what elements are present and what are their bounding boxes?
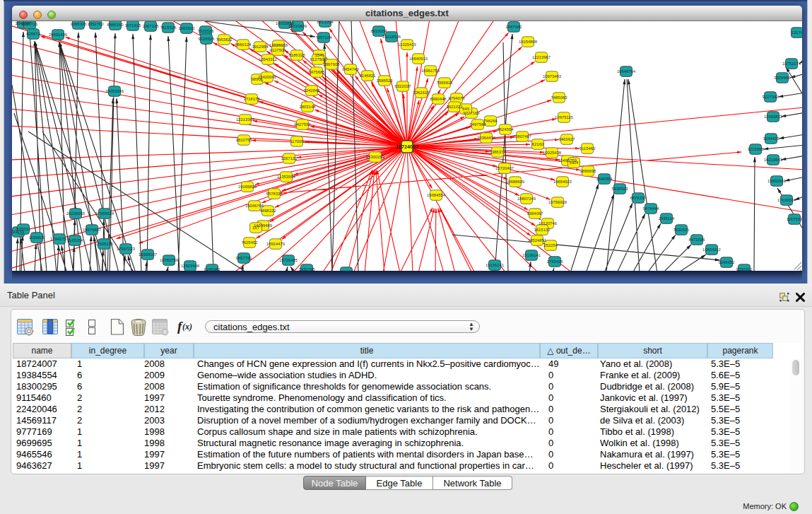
svg-text:2867608: 2867608: [324, 62, 341, 66]
svg-text:1167533: 1167533: [787, 217, 802, 221]
svg-text:1663822: 1663822: [179, 26, 195, 30]
svg-text:13524851: 13524851: [528, 238, 546, 243]
svg-text:12505135: 12505135: [95, 242, 114, 246]
svg-text:20206565: 20206565: [66, 211, 86, 216]
svg-text:645: 645: [462, 107, 470, 111]
svg-text:1931075: 1931075: [339, 270, 355, 271]
svg-text:7663822: 7663822: [216, 37, 233, 42]
svg-text:10807487: 10807487: [513, 134, 531, 139]
svg-text:1156829: 1156829: [29, 235, 45, 240]
svg-text:7632621: 7632621: [673, 228, 690, 232]
svg-text:12213967: 12213967: [532, 55, 551, 59]
svg-text:9242845: 9242845: [304, 88, 321, 93]
svg-text:17016504: 17016504: [777, 198, 796, 202]
svg-text:9463627: 9463627: [559, 137, 575, 141]
svg-text:8813054: 8813054: [317, 21, 334, 24]
svg-text:9146821: 9146821: [360, 74, 376, 78]
svg-text:1052760: 1052760: [88, 22, 105, 26]
svg-text:1640954: 1640954: [596, 177, 613, 181]
svg-text:1621022: 1621022: [447, 105, 463, 109]
svg-text:(x): (x): [182, 322, 192, 332]
svg-text:8471636: 8471636: [689, 238, 706, 242]
svg-text:7386372: 7386372: [490, 150, 506, 154]
svg-text:7485063: 7485063: [551, 95, 568, 100]
svg-text:16033809: 16033809: [288, 24, 307, 28]
svg-text:22420046: 22420046: [258, 75, 277, 79]
svg-text:19756928: 19756928: [548, 200, 567, 204]
svg-text:10654112: 10654112: [702, 247, 721, 252]
svg-text:9250312: 9250312: [736, 267, 753, 271]
svg-text:16640910: 16640910: [409, 57, 428, 61]
svg-text:12923448: 12923448: [181, 264, 200, 268]
svg-text:16210643: 16210643: [764, 158, 783, 162]
svg-text:1615132: 1615132: [534, 228, 551, 232]
svg-text:15751074: 15751074: [782, 62, 801, 66]
svg-text:2718179: 2718179: [244, 97, 260, 101]
svg-text:1065326: 1065326: [71, 22, 88, 26]
svg-text:12942757: 12942757: [50, 237, 69, 241]
svg-text:9127509: 9127509: [270, 48, 286, 52]
svg-text:15136141: 15136141: [486, 263, 504, 267]
svg-text:6966160: 6966160: [107, 23, 124, 27]
svg-text:15716485: 15716485: [279, 258, 298, 262]
svg-text:9245082: 9245082: [204, 267, 220, 271]
svg-text:252254: 252254: [543, 243, 558, 247]
svg-text:19166825: 19166825: [238, 185, 257, 189]
svg-text:12975115: 12975115: [555, 115, 573, 119]
svg-text:7515526: 7515526: [160, 25, 177, 30]
svg-text:13174: 13174: [792, 30, 802, 35]
svg-text:18724007: 18724007: [396, 144, 418, 150]
svg-text:157: 157: [252, 226, 259, 230]
svg-text:2087682: 2087682: [506, 25, 522, 29]
svg-text:8186328: 8186328: [289, 53, 306, 57]
svg-text:3215958: 3215958: [748, 147, 765, 151]
svg-text:117006: 117006: [290, 139, 304, 144]
svg-text:5904: 5904: [569, 160, 579, 165]
svg-text:405572: 405572: [26, 32, 40, 36]
svg-text:19384554: 19384554: [427, 193, 446, 197]
svg-text:9474444: 9474444: [643, 206, 660, 211]
svg-text:3267130: 3267130: [281, 156, 298, 160]
svg-text:62160: 62160: [532, 142, 544, 146]
svg-text:16914479: 16914479: [266, 242, 285, 246]
svg-text:10688609: 10688609: [506, 180, 524, 184]
svg-text:9115460: 9115460: [579, 146, 596, 151]
svg-text:746266: 746266: [483, 119, 498, 123]
svg-text:8475685: 8475685: [309, 70, 326, 74]
svg-text:16154808: 16154808: [519, 40, 538, 44]
svg-text:15720407: 15720407: [495, 166, 514, 170]
svg-text:11353594: 11353594: [277, 175, 295, 179]
svg-text:20053346: 20053346: [105, 89, 124, 93]
svg-text:1810755: 1810755: [236, 138, 253, 142]
svg-text:6879197: 6879197: [630, 196, 647, 200]
svg-text:7515526: 7515526: [198, 29, 215, 33]
svg-text:5578334: 5578334: [266, 192, 283, 196]
svg-text:12213369: 12213369: [236, 117, 254, 122]
svg-text:1733426: 1733426: [547, 259, 564, 264]
svg-text:9384067: 9384067: [527, 211, 543, 216]
svg-text:3912954: 3912954: [252, 45, 269, 49]
svg-text:10543312: 10543312: [259, 57, 277, 62]
svg-text:10120746: 10120746: [539, 221, 558, 226]
svg-text:1930785: 1930785: [299, 267, 316, 271]
svg-text:2055721: 2055721: [22, 22, 38, 26]
svg-text:19218506: 19218506: [382, 35, 401, 39]
svg-text:9899695: 9899695: [580, 169, 597, 173]
svg-text:19975887: 19975887: [83, 228, 101, 232]
svg-text:9245652: 9245652: [719, 260, 735, 264]
svg-text:9857791: 9857791: [236, 256, 252, 260]
svg-text:9777169: 9777169: [464, 111, 480, 115]
svg-text:2935114: 2935114: [659, 216, 675, 221]
svg-text:1362615: 1362615: [413, 90, 430, 95]
svg-text:25300293: 25300293: [366, 155, 385, 159]
svg-text:17957223: 17957223: [117, 247, 136, 251]
svg-text:15136141: 15136141: [522, 253, 541, 257]
svg-text:11325419: 11325419: [398, 42, 416, 47]
svg-text:1067135: 1067135: [143, 24, 160, 28]
svg-text:1071915: 1071915: [125, 23, 142, 28]
svg-text:9329966: 9329966: [775, 76, 792, 80]
svg-text:8990448: 8990448: [430, 97, 447, 101]
svg-text:8813054: 8813054: [371, 29, 388, 33]
svg-text:2803144: 2803144: [300, 105, 317, 109]
svg-text:16648764: 16648764: [617, 69, 636, 74]
